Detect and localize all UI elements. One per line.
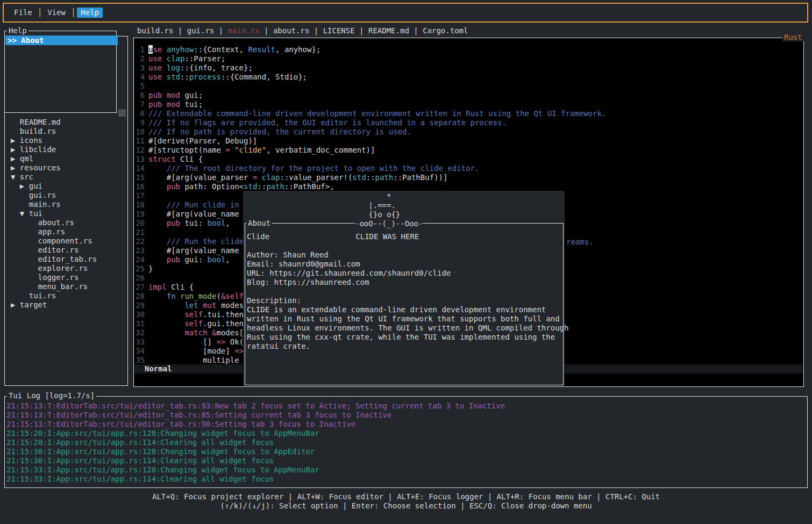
tab-Cargo.toml[interactable]: Cargo.toml <box>423 26 468 35</box>
line-number: 35 <box>136 356 145 365</box>
line-number: 12 <box>136 146 145 155</box>
log-entry: 21:15:30:I:App:src/tui/app.rs:128:Changi… <box>6 447 505 456</box>
tab-gui.rs[interactable]: gui.rs <box>187 26 215 35</box>
tree-item-gui[interactable]: ▶ gui <box>6 182 126 191</box>
menu-bar: File│View│Help <box>3 3 808 23</box>
line-number: 3 <box>136 63 145 73</box>
line-number: 1 <box>136 45 145 54</box>
line-number: 24 <box>136 255 145 264</box>
tree-item-logger.rs[interactable]: logger.rs <box>6 273 126 282</box>
tab-separator: | <box>260 26 273 35</box>
code-line-12: 12#[structopt(name = "clide", verbatim_d… <box>136 146 606 155</box>
tui-log-panel[interactable]: 21:15:13:T:EditorTab:src/tui/editor_tab.… <box>4 396 808 488</box>
line-number: 4 <box>136 73 145 82</box>
tree-item-editor_tab.rs[interactable]: editor_tab.rs <box>6 255 126 264</box>
code-line-10: 10/// If no path is provided, the curren… <box>136 127 606 137</box>
line-number: 16 <box>136 182 145 191</box>
code-line-11: 11#[derive(Parser, Debug)] <box>136 137 606 146</box>
line-number: 30 <box>136 310 145 319</box>
tab-README.md[interactable]: README.md <box>368 26 409 35</box>
code-line-4: 4use std::process::{Command, Stdio}; <box>136 73 606 82</box>
help-menu-option-about[interactable]: >> About <box>5 35 118 45</box>
log-entry: 21:15:13:T:EditorTab:src/tui/editor_tab.… <box>6 401 505 411</box>
tree-item-tui.rs[interactable]: tui.rs <box>6 291 126 300</box>
tree-item-resources[interactable]: ▶ resources <box>6 163 126 173</box>
line-number: 32 <box>136 328 145 338</box>
help-dropdown-menu: >> About <box>4 31 117 113</box>
tree-item-libclide[interactable]: ▶ libclide <box>6 145 126 154</box>
shortcut-bar-line-2: (↑/k)/(↓/j): Select option | Enter: Choo… <box>0 501 812 511</box>
log-entry: 21:15:30:I:App:src/tui/app.rs:114:Cleari… <box>6 456 505 465</box>
code-line-3: 3use log::{info, trace}; <box>136 63 606 73</box>
tree-item-about.rs[interactable]: about.rs <box>6 218 126 227</box>
code-line-1: 1use anyhow::{Context, Result, anyhow}; <box>136 45 606 54</box>
about-dialog: * |.===. {}o o{} -ooO--(_)--Ooo- Clide C… <box>243 191 565 386</box>
tree-item-target[interactable]: ▶ target <box>6 300 126 310</box>
code-line-9: 9/// If no flags are provided, the GUI e… <box>136 118 606 127</box>
line-number: 29 <box>136 301 145 310</box>
code-line-13: 13struct Cli { <box>136 155 606 164</box>
line-number: 11 <box>136 137 145 146</box>
tree-item-tui[interactable]: ▼ tui <box>6 209 126 218</box>
line-number: 10 <box>136 127 145 137</box>
menu-separator: │ <box>69 8 77 17</box>
tab-about.rs[interactable]: about.rs <box>273 26 309 35</box>
line-number: 19 <box>136 210 145 219</box>
help-dropdown-title: Help <box>7 27 29 35</box>
line-number: 9 <box>136 118 145 127</box>
tree-item-explorer.rs[interactable]: explorer.rs <box>6 264 126 273</box>
tab-separator: | <box>309 26 323 35</box>
about-dialog-title: About <box>246 219 272 227</box>
tree-item-component.rs[interactable]: component.rs <box>6 236 126 246</box>
tree-item-app.rs[interactable]: app.rs <box>6 227 126 236</box>
code-line-14: 14 /// The root directory for the projec… <box>136 164 606 173</box>
menu-item-help[interactable]: Help <box>77 8 103 18</box>
code-line-2: 2use clap::Parser; <box>136 54 606 63</box>
line-number: 7 <box>136 100 145 109</box>
line-number: 27 <box>136 283 145 292</box>
tree-item-src[interactable]: ▼ src <box>6 173 126 182</box>
line-number: 22 <box>136 237 145 246</box>
shortcut-bar-line-1: ALT+Q: Focus project explorer | ALT+W: F… <box>0 492 812 501</box>
tree-item-menu_bar.rs[interactable]: menu_bar.rs <box>6 282 126 291</box>
log-entry: 21:15:20:I:App:src/tui/app.rs:128:Changi… <box>6 429 505 438</box>
code-line-7: 7pub mod tui; <box>136 100 606 109</box>
line-number: 26 <box>136 274 145 283</box>
about-dialog-header: Clide CLIDE WAS HERE <box>247 232 419 241</box>
menu-item-view[interactable]: View <box>44 8 69 18</box>
line-number: 6 <box>136 91 145 100</box>
log-entry: 21:15:20:I:App:src/tui/app.rs:114:Cleari… <box>6 438 505 447</box>
menu-separator: │ <box>36 8 44 17</box>
tree-item-main.rs[interactable]: main.rs <box>6 200 126 209</box>
tui-log-title: Tui Log [log=1.7/s] <box>7 392 96 400</box>
tab-build.rs[interactable]: build.rs <box>137 26 173 35</box>
line-number: 8 <box>136 109 145 118</box>
line-number: 13 <box>136 155 145 164</box>
explorer-scrollbar-thumb[interactable] <box>118 109 126 117</box>
log-entry: 21:15:13:T:EditorTab:src/tui/editor_tab.… <box>6 420 505 429</box>
tree-item-README.md[interactable]: README.md <box>6 118 126 127</box>
tab-separator: | <box>355 26 368 35</box>
tab-separator: | <box>409 26 423 35</box>
line-number: 20 <box>136 219 145 228</box>
code-line-15: 15 #[arg(value_parser = clap::value_pars… <box>136 173 606 182</box>
tree-item-build.rs[interactable]: build.rs <box>6 127 126 136</box>
menu-item-file[interactable]: File <box>10 8 36 18</box>
line-number: 17 <box>136 191 145 200</box>
log-entry: 21:15:33:I:App:src/tui/app.rs:114:Cleari… <box>6 475 505 484</box>
line-number: 21 <box>136 228 145 237</box>
line-number: 2 <box>136 54 145 63</box>
line-number: 23 <box>136 246 145 255</box>
tab-separator: | <box>214 26 227 35</box>
log-entry: 21:15:33:I:App:src/tui/app.rs:128:Changi… <box>6 465 505 475</box>
tree-item-qml[interactable]: ▶ qml <box>6 154 126 163</box>
clide-ascii-art: * |.===. {}o o{} -ooO--(_)--Ooo- <box>355 192 423 228</box>
tree-item-editor.rs[interactable]: editor.rs <box>6 246 126 255</box>
line-number: 34 <box>136 347 145 356</box>
tab-LICENSE[interactable]: LICENSE <box>323 26 355 35</box>
editor-tab-bar: build.rs | gui.rs | main.rs | about.rs |… <box>137 26 468 35</box>
tree-item-icons[interactable]: ▶ icons <box>6 136 126 145</box>
tab-main.rs[interactable]: main.rs <box>228 26 260 35</box>
tree-item-gui.rs[interactable]: gui.rs <box>6 191 126 200</box>
about-dialog-body: Author: Shaun Reed Email: shaunrd0@gmail… <box>247 241 568 351</box>
